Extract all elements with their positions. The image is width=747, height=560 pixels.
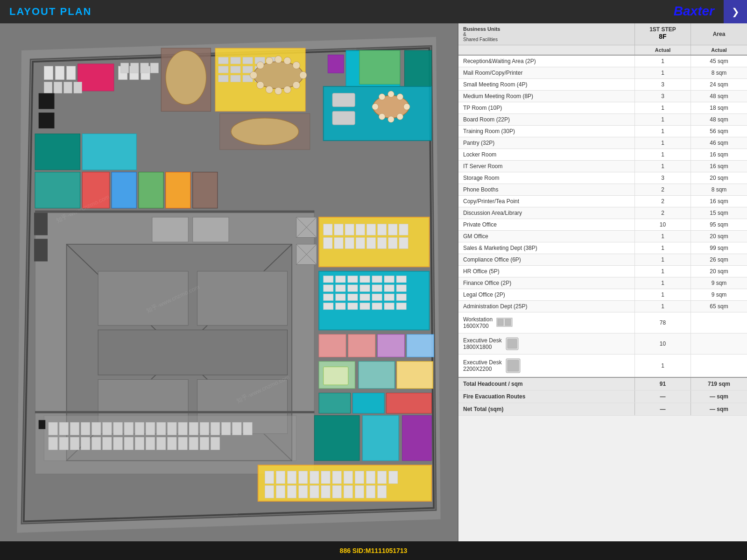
svg-rect-64: [231, 66, 240, 73]
svg-rect-174: [366, 471, 375, 483]
svg-point-83: [266, 86, 273, 93]
svg-rect-144: [200, 422, 209, 435]
svg-rect-135: [103, 422, 112, 435]
svg-rect-189: [39, 113, 55, 128]
exec-desk-row: Executive Desk1800X1800 10: [458, 333, 747, 354]
table-row: Copy/Printer/Tea Point 2 16 sqm: [458, 196, 747, 207]
svg-rect-200: [332, 93, 355, 107]
svg-rect-46: [67, 66, 76, 80]
svg-rect-145: [211, 422, 219, 435]
svg-rect-132: [70, 422, 79, 435]
table-row: Private Office 10 95 sqm: [458, 219, 747, 231]
svg-rect-182: [321, 485, 330, 498]
svg-rect-143: [189, 422, 198, 435]
svg-rect-110: [360, 303, 370, 309]
svg-point-192: [372, 104, 379, 110]
nav-next-button[interactable]: ❯: [724, 0, 747, 23]
svg-rect-59: [231, 57, 240, 64]
svg-rect-158: [146, 437, 155, 450]
svg-rect-164: [211, 437, 219, 450]
svg-rect-227: [507, 360, 519, 371]
svg-rect-41: [363, 416, 399, 461]
svg-point-76: [275, 56, 282, 63]
bottom-bar: 886 SID:M1111051713: [0, 541, 747, 560]
svg-rect-88: [348, 276, 358, 283]
table-row: TP Room (10P) 1 18 sqm: [458, 102, 747, 114]
svg-rect-95: [348, 285, 358, 291]
svg-point-194: [388, 91, 395, 98]
svg-rect-68: [218, 75, 228, 82]
svg-rect-90: [372, 276, 382, 283]
svg-rect-173: [355, 471, 364, 483]
table-row: GM Office 1 20 sqm: [458, 231, 747, 242]
svg-point-196: [403, 104, 410, 110]
total-row: Total Headcount / sqm 91 719 sqm: [458, 378, 747, 390]
svg-rect-187: [378, 485, 387, 498]
col1-sub2: Shared Facilities: [463, 37, 630, 42]
col3-header: Area: [713, 31, 726, 37]
svg-rect-179: [287, 485, 296, 498]
svg-rect-225: [507, 339, 517, 348]
svg-rect-172: [344, 471, 352, 483]
table-row: Compliance Office (6P) 1 26 sqm: [458, 254, 747, 266]
svg-rect-223: [505, 319, 511, 326]
svg-point-80: [293, 82, 300, 89]
svg-rect-120: [388, 224, 397, 235]
header-bar: LAYOUT PLAN Baxter ❯: [0, 0, 747, 23]
svg-rect-165: [265, 471, 274, 483]
svg-point-75: [266, 57, 273, 64]
svg-rect-126: [366, 237, 375, 248]
svg-rect-128: [388, 237, 397, 248]
data-table-panel: Business Units & Shared Facilities 1ST S…: [458, 23, 747, 541]
table-row: IT Server Room 1 16 sqm: [458, 161, 747, 172]
svg-rect-27: [98, 330, 287, 375]
svg-rect-105: [384, 294, 394, 300]
svg-rect-107: [324, 303, 333, 309]
svg-rect-6: [359, 50, 400, 84]
svg-rect-156: [124, 437, 133, 450]
svg-rect-169: [310, 471, 319, 483]
table-row: Discussion Area/Library 2 15 sqm: [458, 207, 747, 219]
svg-rect-119: [378, 224, 387, 235]
svg-rect-33: [348, 334, 375, 357]
svg-rect-55: [131, 63, 139, 73]
svg-rect-112: [384, 303, 394, 309]
table-row: Administration Dept (25P) 1 65 sqm: [458, 301, 747, 312]
svg-rect-153: [92, 437, 101, 450]
svg-rect-142: [178, 422, 187, 435]
svg-rect-45: [55, 66, 64, 80]
svg-rect-111: [372, 303, 382, 309]
svg-rect-53: [74, 82, 82, 93]
svg-point-84: [257, 82, 264, 89]
document-id: 886 SID:M1111051713: [340, 547, 408, 554]
svg-rect-148: [243, 422, 252, 435]
svg-rect-54: [120, 63, 128, 73]
table-row: Small Meeting Room (4P) 3 24 sqm: [458, 79, 747, 91]
workstation-row: Workstation1600X700 78: [458, 312, 747, 333]
svg-rect-65: [243, 66, 253, 73]
svg-rect-208: [34, 239, 48, 261]
svg-point-73: [250, 71, 257, 78]
svg-rect-155: [113, 437, 122, 450]
qty-header: Actual: [655, 47, 671, 53]
svg-rect-113: [396, 303, 406, 309]
svg-point-74: [257, 62, 264, 69]
svg-rect-180: [299, 485, 308, 498]
svg-rect-190: [39, 420, 45, 429]
svg-rect-94: [336, 285, 345, 291]
svg-rect-159: [157, 437, 166, 450]
total-row: Fire Evacuation Routes — — sqm: [458, 390, 747, 403]
svg-rect-106: [396, 294, 406, 300]
table-row: Phone Booths 2 8 sqm: [458, 184, 747, 196]
table-row: Locker Room 1 16 sqm: [458, 149, 747, 161]
svg-point-82: [275, 87, 282, 94]
svg-rect-32: [319, 334, 346, 357]
svg-rect-42: [402, 416, 432, 461]
svg-point-197: [397, 113, 403, 120]
svg-rect-131: [59, 422, 68, 435]
area-header: Actual: [711, 47, 727, 53]
svg-rect-102: [348, 294, 358, 300]
svg-rect-183: [332, 485, 341, 498]
svg-rect-96: [360, 285, 370, 291]
svg-rect-139: [146, 422, 155, 435]
